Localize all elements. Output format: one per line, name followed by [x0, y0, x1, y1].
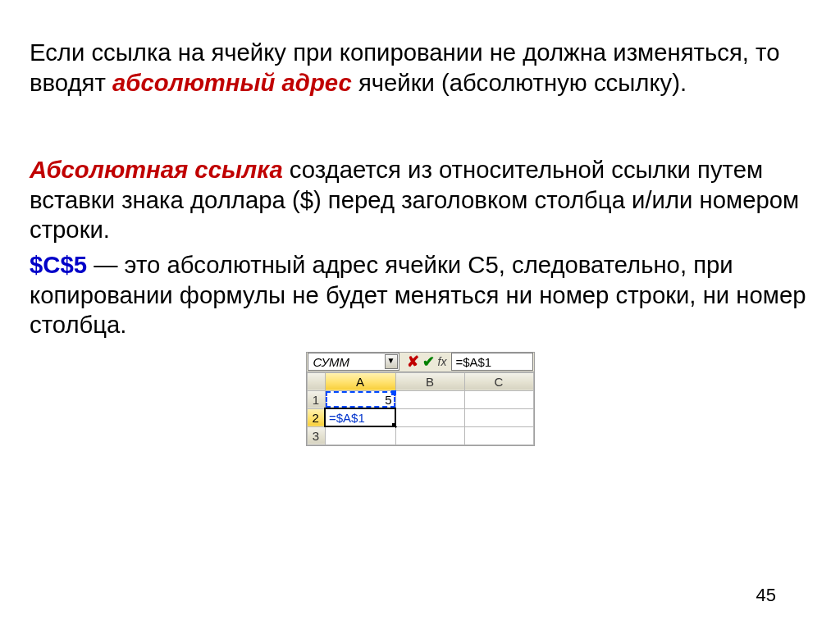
row-header-1[interactable]: 1 [307, 390, 325, 408]
cell-b2[interactable] [395, 408, 464, 426]
paragraph-absolute-reference: Абсолютная ссылка создается из относител… [30, 155, 810, 245]
cell-a2-active[interactable]: =$A$1 [325, 408, 395, 426]
text: — это абсолютный адрес ячейки С5, следов… [30, 251, 806, 338]
cell-c1[interactable] [464, 390, 533, 408]
excel-figure: СУММ ▼ ✘ ✔ fx =$A$1 A B C [30, 352, 810, 446]
formula-input[interactable]: =$A$1 [451, 353, 532, 371]
cell-a1[interactable]: 5 [325, 390, 395, 408]
cell-a1-value: 5 [385, 393, 391, 407]
slide: Если ссылка на ячейку при копировании не… [0, 0, 840, 629]
cell-b3[interactable] [395, 426, 464, 444]
row-label: 3 [313, 429, 319, 443]
cell-a3[interactable] [325, 426, 395, 444]
formula-bar: СУММ ▼ ✘ ✔ fx =$A$1 [307, 353, 534, 372]
formula-input-value: =$A$1 [455, 355, 491, 369]
name-box[interactable]: СУММ ▼ [308, 353, 399, 371]
column-header-c[interactable]: C [464, 372, 533, 390]
paragraph-absolute-address: Если ссылка на ячейку при копировании не… [30, 38, 810, 98]
term-absolute-address: абсолютный адрес [112, 69, 352, 96]
name-box-dropdown-icon[interactable]: ▼ [385, 354, 398, 369]
column-header-a[interactable]: A [325, 372, 395, 390]
cell-c2[interactable] [464, 408, 533, 426]
cell-ref-c5: $C$5 [30, 251, 87, 278]
col-label: B [426, 375, 434, 389]
page-number: 45 [756, 585, 776, 606]
col-label: A [356, 375, 364, 389]
row-header-2[interactable]: 2 [307, 408, 325, 426]
confirm-icon[interactable]: ✔ [422, 354, 435, 369]
row-header-3[interactable]: 3 [307, 426, 325, 444]
name-box-value: СУММ [313, 355, 350, 369]
text: ячейки (абсолютную ссылку). [352, 69, 687, 96]
select-all-corner[interactable] [307, 372, 325, 390]
formula-bar-buttons: ✘ ✔ fx [400, 354, 452, 369]
cell-b1[interactable] [395, 390, 464, 408]
paragraph-example-c5: $C$5 — это абсолютный адрес ячейки С5, с… [30, 250, 810, 340]
cell-a2-value: =$A$1 [329, 411, 365, 425]
col-label: C [495, 375, 504, 389]
term-absolute-reference: Абсолютная ссылка [30, 156, 283, 183]
column-header-b[interactable]: B [395, 372, 464, 390]
cancel-icon[interactable]: ✘ [407, 354, 419, 369]
cell-c3[interactable] [464, 426, 533, 444]
spacer [30, 103, 810, 155]
row-label: 1 [313, 393, 319, 407]
excel-window: СУММ ▼ ✘ ✔ fx =$A$1 A B C [306, 352, 535, 446]
fx-icon[interactable]: fx [438, 355, 447, 368]
spreadsheet-grid: A B C 1 5 2 =$A$1 [307, 372, 534, 445]
row-label: 2 [313, 411, 319, 425]
